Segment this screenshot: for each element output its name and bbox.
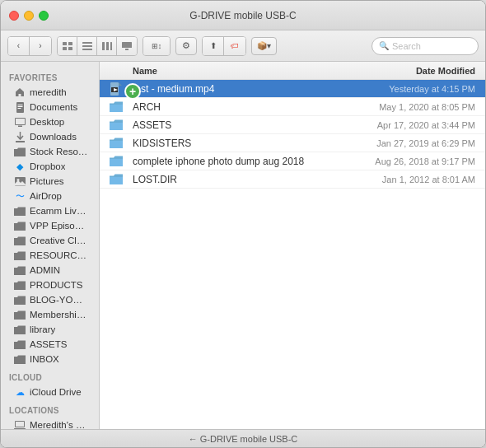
back-button[interactable]: ‹ [8, 37, 30, 55]
sidebar-item-label: BLOG-YOUTUBE [30, 295, 89, 305]
sidebar-item-creative-cloud[interactable]: Creative Cloud Files [4, 233, 96, 248]
action-button[interactable]: ⚙ [175, 37, 197, 55]
home-icon [14, 86, 26, 98]
finder-window: G-DRIVE mobile USB-C ‹ › ⊞↕ ⚙ ⬆ [0, 0, 486, 448]
laptop-icon [14, 419, 26, 429]
file-date: Aug 26, 2018 at 9:17 PM [337, 156, 485, 166]
icon-view-button[interactable] [58, 37, 77, 55]
folder-icon [110, 100, 123, 114]
folder-icon [110, 119, 123, 132]
sidebar-item-label: meredith [30, 87, 67, 97]
sidebar-item-label: Downloads [30, 132, 77, 142]
file-icon-area [100, 119, 133, 132]
svg-rect-2 [63, 47, 67, 50]
sidebar-item-label: INBOX [30, 354, 59, 364]
file-name: LOST.DIR [133, 174, 337, 185]
search-box[interactable]: 🔍 Search [372, 37, 479, 55]
svg-rect-1 [68, 42, 72, 45]
maximize-button[interactable] [39, 11, 49, 21]
column-view-button[interactable] [97, 37, 117, 55]
dropbox-icon: ◆ [14, 161, 26, 172]
sidebar-item-label: Membership – Vide... [30, 310, 89, 320]
file-icon-area [100, 173, 133, 186]
sidebar-item-ecamm[interactable]: Ecamm Live Record... [4, 203, 96, 218]
sidebar-item-downloads[interactable]: Downloads [4, 129, 96, 144]
col-date-header: Date Modified [337, 66, 485, 76]
svg-rect-23 [16, 422, 24, 427]
favorites-section-label: Favorites [1, 67, 99, 85]
sidebar-item-label: library [30, 324, 55, 334]
arrange-button[interactable]: ⊞↕ [143, 37, 170, 55]
folder-icon [14, 250, 26, 261]
sidebar-item-label: Creative Cloud Files [30, 236, 89, 245]
view-buttons [57, 36, 138, 56]
file-row[interactable]: LOST.DIR Jan 1, 2012 at 8:01 AM [100, 170, 485, 189]
sidebar-item-macbook[interactable]: Meredith's MacBoo... [4, 418, 96, 429]
file-row[interactable]: complete iphone photo dump aug 2018 Aug … [100, 152, 485, 170]
folder-icon [14, 279, 26, 291]
titlebar: G-DRIVE mobile USB-C [1, 1, 485, 30]
dropbox-button[interactable]: 📦▾ [251, 37, 277, 55]
file-date: Yesterday at 4:15 PM [337, 84, 485, 94]
svg-rect-3 [68, 47, 72, 50]
sidebar-item-icloud-drive[interactable]: ☁ iCloud Drive [4, 385, 96, 399]
documents-icon [14, 101, 26, 113]
sidebar-item-dropbox[interactable]: ◆ Dropbox [4, 159, 96, 174]
svg-rect-10 [122, 42, 132, 48]
folder-icon [14, 264, 26, 276]
svg-rect-7 [102, 42, 105, 50]
airdrop-icon: 〜 [14, 190, 26, 202]
sidebar-item-meredith[interactable]: meredith [4, 85, 96, 100]
sidebar-item-documents[interactable]: Documents [4, 100, 96, 114]
sidebar-item-products[interactable]: PRODUCTS [4, 278, 96, 292]
sidebar-item-label: ADMIN [30, 265, 60, 275]
sidebar-item-blog-youtube[interactable]: BLOG-YOUTUBE [4, 292, 96, 307]
sidebar-item-label: Pictures [30, 176, 64, 186]
svg-rect-5 [82, 45, 92, 47]
folder-icon [14, 353, 26, 365]
sidebar-item-label: Stock Resources [30, 147, 89, 156]
file-row[interactable]: KIDSISTERS Jan 27, 2019 at 6:29 PM [100, 134, 485, 152]
locations-section-label: Locations [1, 399, 99, 418]
sidebar-item-label: Dropbox [30, 161, 65, 171]
minimize-button[interactable] [24, 11, 34, 21]
icloud-icon: ☁ [14, 386, 26, 398]
file-row[interactable]: + test - medium.mp4 Yesterday at 4:15 PM [100, 80, 485, 98]
extra-buttons: ⬆ 🏷 [202, 36, 246, 56]
tag-button[interactable]: 🏷 [224, 37, 245, 55]
sidebar-item-vpp[interactable]: VPP Episodes [4, 218, 96, 233]
svg-rect-0 [63, 42, 67, 45]
file-row[interactable]: ARCH May 1, 2020 at 8:05 PM [100, 98, 485, 116]
sidebar-item-membership[interactable]: Membership – Vide... [4, 307, 96, 322]
sidebar-item-pictures[interactable]: Pictures [4, 174, 96, 189]
sidebar-item-admin[interactable]: ADMIN [4, 263, 96, 278]
list-view-button[interactable] [77, 37, 97, 55]
file-icon-area [100, 137, 133, 150]
statusbar: ← G-DRIVE mobile USB-C [1, 429, 485, 447]
sidebar-item-label: PRODUCTS [30, 280, 83, 290]
sidebar-item-assets[interactable]: ASSETS [4, 337, 96, 352]
svg-rect-9 [110, 42, 112, 50]
forward-button[interactable]: › [30, 37, 51, 55]
folder-icon [14, 146, 26, 157]
close-button[interactable] [9, 11, 19, 21]
file-date: Jan 27, 2019 at 6:29 PM [337, 138, 485, 148]
share-button[interactable]: ⬆ [203, 37, 224, 55]
file-row[interactable]: ASSETS Apr 17, 2020 at 3:44 PM [100, 116, 485, 134]
sidebar-item-library[interactable]: library [4, 322, 96, 337]
folder-icon [14, 294, 26, 306]
gallery-view-button[interactable] [117, 37, 137, 55]
file-list: Name Date Modified [100, 62, 485, 429]
svg-rect-19 [16, 141, 25, 142]
sidebar-item-desktop[interactable]: Desktop [4, 114, 96, 129]
sidebar-item-resources[interactable]: RESOURCES [4, 248, 96, 263]
sidebar-item-label: Desktop [30, 117, 64, 127]
sidebar-item-stock-resources[interactable]: Stock Resources [4, 144, 96, 159]
folder-icon [14, 220, 26, 231]
sidebar-item-airdrop[interactable]: 〜 AirDrop [4, 189, 96, 203]
file-date: Jan 1, 2012 at 8:01 AM [337, 175, 485, 184]
sidebar-item-label: Documents [30, 102, 77, 112]
sidebar-item-inbox[interactable]: INBOX [4, 352, 96, 366]
svg-rect-17 [16, 119, 25, 124]
sidebar-item-label: iCloud Drive [30, 387, 82, 397]
